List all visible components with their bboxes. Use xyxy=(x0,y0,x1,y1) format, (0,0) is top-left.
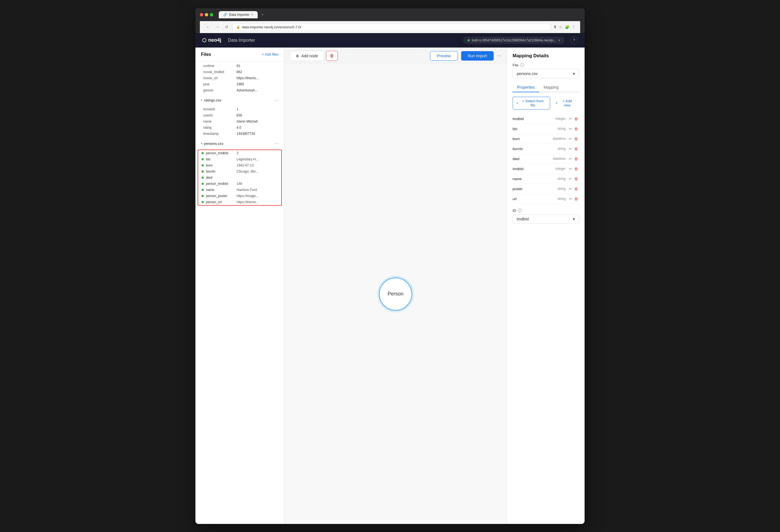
file-label-text: File xyxy=(513,63,519,67)
property-name: imdbId xyxy=(513,167,555,171)
edit-property-button[interactable]: ✏ xyxy=(568,176,573,182)
tab-favicon: 🔗 xyxy=(223,13,227,17)
tab-properties[interactable]: Properties xyxy=(513,83,539,92)
new-tab-button[interactable]: + xyxy=(259,11,266,18)
select-from-file-label: + Select from file xyxy=(520,99,546,107)
edit-property-button[interactable]: ✏ xyxy=(568,126,573,132)
property-row-imdbId: imdbId integer ✏ 🗑 xyxy=(513,164,579,174)
maximize-button[interactable] xyxy=(210,13,213,16)
canvas-area: ⊕ Add node 🗑 Preview Run Import ··· xyxy=(284,48,507,524)
prop-val: 4.0 xyxy=(237,126,276,130)
property-name: url xyxy=(513,197,557,201)
edit-property-button[interactable]: ✏ xyxy=(568,156,573,161)
connection-badge[interactable]: bolt+s://85474006517e1dc2988064c7a2109d4… xyxy=(463,37,565,44)
property-row-bio: bio string ✏ 🗑 xyxy=(513,124,579,134)
right-panel: Mapping Details File i persons.csv ▾ Pro… xyxy=(507,48,585,524)
property-type: datetime xyxy=(553,137,566,141)
more-options-button[interactable]: ··· xyxy=(497,51,501,61)
persons-prop-row-imdbId: person_imdbId 148 xyxy=(198,181,281,187)
forward-button[interactable]: → xyxy=(214,24,221,30)
neo4j-logo: ⬡ neo4j xyxy=(202,37,221,43)
help-button[interactable]: ? xyxy=(570,36,578,44)
property-type: string xyxy=(557,177,566,181)
add-files-button[interactable]: + Add files xyxy=(262,52,279,56)
more-options-icon[interactable]: ⋮ xyxy=(572,25,576,29)
persons-prop-val: Harrison Ford xyxy=(237,188,257,192)
delete-button[interactable]: 🗑 xyxy=(326,51,338,61)
back-button[interactable]: ← xyxy=(204,24,211,30)
id-dropdown[interactable]: tmdbId ▾ xyxy=(513,214,579,224)
persons-menu-icon[interactable]: ··· xyxy=(275,141,279,146)
delete-property-button[interactable]: 🗑 xyxy=(573,176,579,182)
property-row-died: died datetime ✏ 🗑 xyxy=(513,154,579,164)
add-node-button[interactable]: ⊕ Add node xyxy=(290,51,324,61)
minimize-button[interactable] xyxy=(205,13,208,16)
person-node[interactable]: Person xyxy=(379,277,412,311)
tab-mapping[interactable]: Mapping xyxy=(539,83,563,92)
select-from-file-button[interactable]: + + Select from file xyxy=(513,97,550,109)
delete-property-button[interactable]: 🗑 xyxy=(573,156,579,161)
file-dropdown[interactable]: persons.csv ▾ xyxy=(513,69,579,79)
delete-property-button[interactable]: 🗑 xyxy=(573,186,579,192)
edit-property-button[interactable]: ✏ xyxy=(568,186,573,192)
tab-mapping-label: Mapping xyxy=(544,85,559,90)
active-tab[interactable]: 🔗 Data Importer ✕ xyxy=(219,11,258,18)
property-list: tmdbId integer ✏ 🗑 bio string ✏ 🗑 born d… xyxy=(513,114,579,204)
address-bar[interactable]: 🔒 data-importer.neo4j.io/versions/0.7.0/ xyxy=(232,23,551,31)
add-new-button[interactable]: + + Add new xyxy=(552,97,579,109)
property-row-tmdbId: tmdbId integer ✏ 🗑 xyxy=(513,114,579,124)
property-name: poster xyxy=(513,187,557,191)
file-group-ratings: ▾ ratings.csv ··· movieId 1 userId 630 xyxy=(195,96,284,139)
id-label: ID i xyxy=(513,208,579,213)
ratings-csv-header[interactable]: ▾ ratings.csv ··· xyxy=(195,96,284,105)
node-label: Person xyxy=(388,291,403,297)
bookmark-icon[interactable]: ☆ xyxy=(559,25,563,29)
edit-property-button[interactable]: ✏ xyxy=(568,136,573,142)
property-row-url: url string ✏ 🗑 xyxy=(513,194,579,204)
property-type: string xyxy=(557,147,566,151)
prop-val: Glenn Mitchell xyxy=(237,119,276,124)
delete-property-button[interactable]: 🗑 xyxy=(573,166,579,172)
property-type: string xyxy=(557,197,566,201)
edit-property-button[interactable]: ✏ xyxy=(568,116,573,122)
persons-prop-row-tmdbId: person_tmdbId 3 xyxy=(198,150,281,156)
persons-prop-row-bio: bio Legendary H... xyxy=(198,156,281,162)
extensions-icon[interactable]: 🧩 xyxy=(565,25,570,29)
prop-key: movie_url xyxy=(203,76,237,80)
edit-property-button[interactable]: ✏ xyxy=(568,196,573,201)
prop-row-movieId: movieId 1 xyxy=(195,106,284,112)
property-type: integer xyxy=(555,117,566,120)
persons-csv-header[interactable]: ▾ persons.csv ··· xyxy=(195,139,284,148)
ratings-menu-icon[interactable]: ··· xyxy=(275,98,279,103)
connection-dropdown-icon[interactable]: ▾ xyxy=(558,38,560,42)
search-icon: ⊕ xyxy=(296,54,299,58)
run-import-button[interactable]: Run Import xyxy=(461,51,494,61)
persons-filename: persons.csv xyxy=(204,142,275,146)
id-label-text: ID xyxy=(513,208,516,213)
delete-property-button[interactable]: 🗑 xyxy=(573,196,579,201)
browser-chrome: 🔗 Data Importer ✕ + ← → ↺ 🔒 data-importe… xyxy=(195,8,585,33)
preview-button[interactable]: Preview xyxy=(430,51,458,61)
share-icon[interactable]: ⬆ xyxy=(553,25,557,29)
edit-property-button[interactable]: ✏ xyxy=(568,166,573,172)
delete-property-button[interactable]: 🗑 xyxy=(573,126,579,132)
prop-key: rating xyxy=(203,126,237,130)
green-dot-indicator xyxy=(201,171,204,173)
delete-property-button[interactable]: 🗑 xyxy=(573,146,579,151)
delete-property-button[interactable]: 🗑 xyxy=(573,116,579,122)
persons-prop-row-poster: person_poster https://image... xyxy=(198,193,281,199)
tab-close-icon[interactable]: ✕ xyxy=(251,13,253,16)
logo-text: neo4j xyxy=(208,37,221,43)
delete-property-button[interactable]: 🗑 xyxy=(573,136,579,142)
browser-navigation: ← → ↺ 🔒 data-importer.neo4j.io/versions/… xyxy=(200,21,580,33)
edit-property-button[interactable]: ✏ xyxy=(568,146,573,151)
prop-row-timestamp: timestamp 1443807734 xyxy=(195,131,284,137)
browser-window: 🔗 Data Importer ✕ + ← → ↺ 🔒 data-importe… xyxy=(195,8,585,524)
chevron-down-icon: ▾ xyxy=(573,71,575,76)
close-button[interactable] xyxy=(200,13,203,16)
refresh-button[interactable]: ↺ xyxy=(223,24,230,30)
green-dot-indicator xyxy=(201,201,204,203)
connection-url: bolt+s://85474006517e1dc2988064c7a2109d4… xyxy=(472,38,556,42)
toolbar-left: ⊕ Add node 🗑 xyxy=(290,51,338,61)
property-type: integer xyxy=(555,167,566,171)
